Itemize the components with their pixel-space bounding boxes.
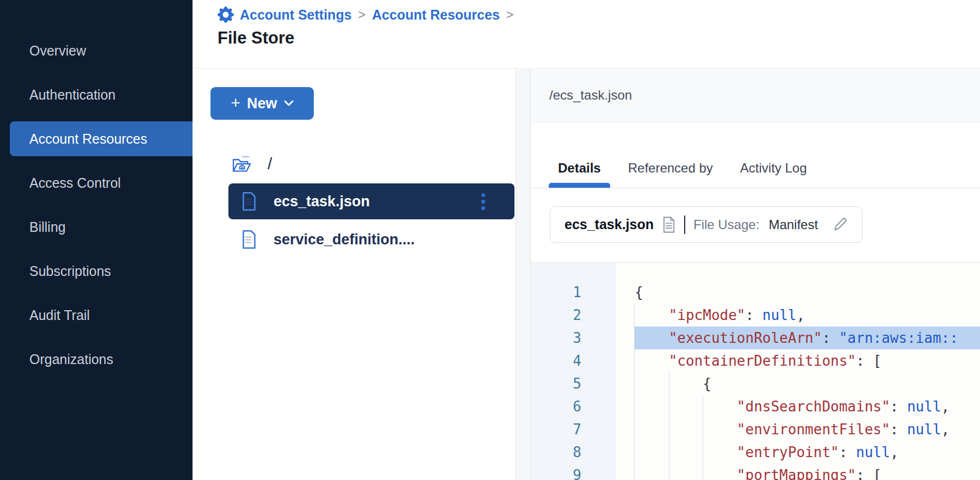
file-row-ecs-task[interactable]: ecs_task.json: [228, 183, 514, 219]
code-line-7[interactable]: "environmentFiles": null,: [635, 418, 980, 441]
new-button-label: New: [247, 95, 277, 112]
document-icon: [662, 216, 676, 233]
code-line-5[interactable]: {: [635, 372, 980, 395]
page-title: File Store: [218, 28, 980, 48]
tab-activity-log[interactable]: Activity Log: [731, 161, 816, 188]
line-number: 9: [531, 464, 581, 480]
code-viewer: 123456789 { "ipcMode": null, "executionR…: [531, 263, 980, 480]
line-number: 1: [531, 281, 581, 304]
sidebar-nav: OverviewAuthenticationAccount ResourcesA…: [0, 0, 193, 480]
sidebar-item-billing[interactable]: Billing: [10, 210, 193, 244]
file-icon: [241, 230, 257, 249]
indent-guide: [669, 372, 669, 480]
code-line-1[interactable]: {: [635, 281, 980, 304]
gear-icon: [218, 7, 234, 23]
breadcrumb-account-settings[interactable]: Account Settings: [240, 7, 352, 23]
file-info-section: ecs_task.json File Usage: Manifest: [531, 188, 980, 263]
code-line-8[interactable]: "entryPoint": null,: [635, 441, 980, 464]
file-detail-panel: /ecs_task.json Details Referenced by Act…: [531, 69, 980, 480]
sidebar-item-organizations[interactable]: Organizations: [10, 342, 193, 377]
sidebar-item-authentication[interactable]: Authentication: [10, 77, 193, 112]
main-area: Account Settings > Account Resources > F…: [193, 0, 980, 480]
indent-guide: [634, 304, 635, 480]
line-number: 6: [531, 395, 581, 418]
file-icon: [241, 192, 257, 211]
page-header: Account Settings > Account Resources > F…: [193, 0, 980, 69]
line-number: 8: [531, 441, 581, 464]
edit-pencil-icon[interactable]: [832, 217, 848, 233]
new-button[interactable]: + New: [210, 87, 314, 120]
file-store-panel: + New /: [193, 69, 516, 480]
sidebar-item-audit-trail[interactable]: Audit Trail: [10, 298, 193, 333]
line-number: 4: [531, 349, 581, 372]
line-number: 3: [531, 327, 581, 349]
file-row-service-definition[interactable]: service_definition....: [228, 223, 514, 256]
chevron-down-icon: [284, 100, 294, 107]
content-area: + New /: [193, 69, 980, 480]
app-window: OverviewAuthenticationAccount ResourcesA…: [0, 0, 980, 480]
code-line-3[interactable]: "executionRoleArn": "arn:aws:iam::: [635, 327, 980, 349]
root-folder-label: /: [268, 155, 272, 173]
code-line-6[interactable]: "dnsSearchDomains": null,: [635, 395, 980, 418]
line-number: 2: [531, 304, 581, 327]
indent-guide: [703, 395, 703, 480]
file-usage-value: Manifest: [768, 217, 818, 232]
code-line-4[interactable]: "containerDefinitions": [: [635, 349, 980, 372]
code-lines: { "ipcMode": null, "executionRoleArn": "…: [616, 263, 980, 480]
file-info-name: ecs_task.json: [565, 217, 654, 232]
code-line-9[interactable]: "portMappings": [: [635, 464, 980, 480]
line-number: 5: [531, 372, 581, 395]
file-name: service_definition....: [274, 231, 415, 248]
breadcrumb-separator: >: [358, 8, 366, 22]
breadcrumb-account-resources[interactable]: Account Resources: [372, 7, 500, 23]
line-number: 7: [531, 418, 581, 441]
home-folder-icon: [231, 154, 253, 174]
plus-icon: +: [231, 94, 240, 112]
breadcrumb-separator: >: [506, 8, 514, 22]
code-gutter: 123456789: [531, 263, 616, 480]
breadcrumb: Account Settings > Account Resources >: [218, 6, 980, 23]
file-path-header: /ecs_task.json: [531, 69, 980, 122]
sidebar-item-overview[interactable]: Overview: [10, 33, 193, 68]
file-name: ecs_task.json: [274, 193, 370, 210]
panel-divider: [516, 69, 531, 480]
file-usage-label: File Usage:: [693, 217, 759, 232]
sidebar-item-account-resources[interactable]: Account Resources: [10, 121, 193, 156]
divider-bar: [684, 216, 685, 234]
tab-referenced-by[interactable]: Referenced by: [619, 161, 722, 188]
sidebar-item-access-control[interactable]: Access Control: [10, 165, 193, 200]
root-folder-row[interactable]: /: [231, 154, 516, 174]
file-path: /ecs_task.json: [549, 88, 632, 102]
file-info-box: ecs_task.json File Usage: Manifest: [550, 206, 863, 243]
kebab-menu-icon[interactable]: [479, 191, 487, 212]
code-line-2[interactable]: "ipcMode": null,: [635, 304, 980, 327]
detail-tabs: Details Referenced by Activity Log: [531, 122, 980, 188]
tab-details[interactable]: Details: [549, 161, 610, 188]
sidebar-item-subscriptions[interactable]: Subscriptions: [10, 254, 193, 288]
